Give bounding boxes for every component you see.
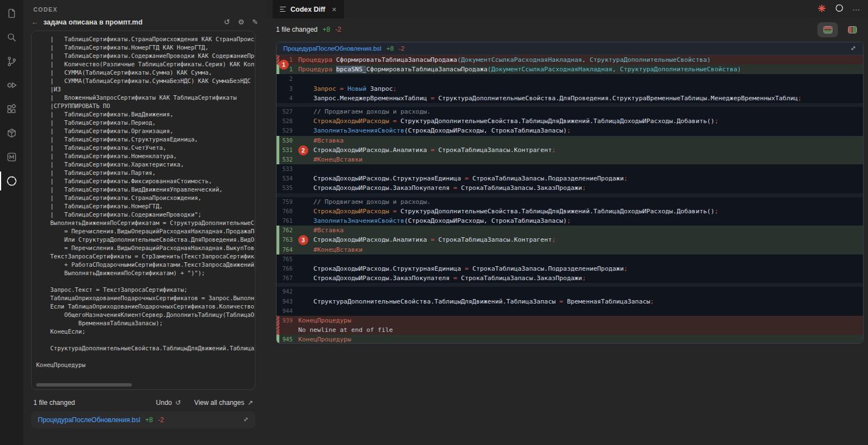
tab-bar: Codex Diff × xyxy=(267,0,868,18)
hunk-separator xyxy=(277,283,863,287)
openai-icon[interactable] xyxy=(5,174,18,188)
markdown-line: Если ТаблицаОприходованиеПодарочныхСерти… xyxy=(36,302,255,311)
line-number: 767 xyxy=(279,273,298,283)
markdown-line: | ВложенныйЗапросСертификаты КАК Таблица… xyxy=(36,94,255,102)
code-line: #Вставка xyxy=(298,136,344,145)
package-cube-icon[interactable] xyxy=(5,126,18,140)
code-line: СтрокаДоходыИРасходы.СтруктурнаяЕдиница … xyxy=(298,264,628,273)
diff-file-name[interactable]: ПроцедураПослеОбновления.bsl xyxy=(283,45,381,52)
gear-icon[interactable]: ⚙ xyxy=(238,18,244,26)
close-icon[interactable]: × xyxy=(332,5,337,14)
markdown-line: | ТаблицаСертификаты.НомерГТД, xyxy=(36,202,255,211)
markdown-line: Запрос.Текст = ТекстЗапросаСертификаты; xyxy=(36,286,255,294)
markdown-line xyxy=(36,353,255,361)
markdown-line: | ТаблицаСертификаты.Период, xyxy=(36,119,255,127)
hunk-separator xyxy=(277,193,863,197)
diff-row: 762 #Вставка xyxy=(277,226,863,235)
diff-row: 759 // Продвигаем доходы и расходы. xyxy=(277,197,863,207)
line-number: 529 xyxy=(279,126,298,135)
search-icon[interactable] xyxy=(5,31,18,44)
deletions-count: -2 xyxy=(158,416,164,424)
changed-file-name[interactable]: ПроцедураПослеОбновления.bsl xyxy=(38,416,140,424)
hunk-separator xyxy=(277,103,863,107)
tab-label: Codex Diff xyxy=(290,6,326,13)
back-arrow-icon[interactable]: ← xyxy=(31,18,38,26)
code-line: #КонецВставки xyxy=(298,155,363,164)
diff-row: 945КонецПроцедуры xyxy=(277,335,863,344)
markdown-line: ВременнаяТаблицаЗапасы); xyxy=(36,319,255,327)
diff-row: 944 xyxy=(277,306,863,316)
line-number: 944 xyxy=(279,306,298,316)
markdown-line: | СУММА(ТаблицаСертификаты.СуммаБезНДС) … xyxy=(36,77,255,85)
changed-file-chip[interactable]: ПроцедураПослеОбновления.bsl +8 -2 xyxy=(31,412,255,428)
history-icon[interactable]: ↺ xyxy=(224,18,230,26)
run-debug-icon[interactable] xyxy=(5,79,18,92)
code-line: ЗаполнитьЗначенияСвойств(СтрокаДоходыИРа… xyxy=(298,216,571,226)
diff-icon xyxy=(280,7,286,12)
unified-diff-view-button[interactable] xyxy=(817,22,838,37)
m-extension-icon[interactable] xyxy=(5,150,18,164)
diff-row: 1Процедура bpcaSNS_СформироватьТаблицаЗа… xyxy=(277,65,863,74)
line-number: 530 xyxy=(279,136,298,145)
diff-row: 763 СтрокаДоходыИРасходы.Аналитика = Стр… xyxy=(277,235,863,244)
files-icon[interactable] xyxy=(5,7,18,20)
markdown-line: | ТаблицаСертификаты.СодержаниеПроводки … xyxy=(36,52,255,60)
code-line: СтрокаДоходыИРасходы = СтруктураДополнит… xyxy=(298,207,718,216)
line-number: 531 xyxy=(279,145,298,155)
removed-gutter-marker xyxy=(277,325,279,335)
additions-count: +8 xyxy=(145,416,153,424)
tab-codex-diff[interactable]: Codex Diff × xyxy=(273,0,344,18)
diff-row: 3 Запрос = Новый Запрос; xyxy=(277,84,863,94)
diff-body: 1Процедура СформироватьТаблицаЗапасыПрод… xyxy=(277,55,863,343)
diff-row: 760 СтрокаДоходыИРасходы = СтруктураДопо… xyxy=(277,207,863,216)
diff-row: 765 xyxy=(277,255,863,264)
change-badge-2[interactable]: 2 xyxy=(298,145,308,155)
split-diff-view-button[interactable] xyxy=(842,22,862,37)
line-number: 763 xyxy=(279,235,298,244)
markdown-line: | ТаблицаСертификаты.СтранаПроисхождения… xyxy=(36,35,255,43)
diff-file-card: ПроцедураПослеОбновления.bsl +8 -2 1Проц… xyxy=(276,42,864,344)
code-line: Запрос = Новый Запрос; xyxy=(298,84,397,94)
line-number: 765 xyxy=(279,255,298,264)
view-all-changes-button[interactable]: View all changes ↗ xyxy=(194,399,253,407)
edit-icon[interactable]: ✎ xyxy=(252,18,258,26)
diff-row: 535 СтрокаДоходыИРасходы.ЗаказПокупателя… xyxy=(277,183,863,193)
spark-icon[interactable] xyxy=(817,4,826,15)
expand-icon[interactable] xyxy=(243,416,249,424)
markdown-line: СтруктураДополнительныеСвойства.ТаблицыД… xyxy=(36,344,255,353)
line-number: 532 xyxy=(279,155,298,164)
markdown-line: = Перечисления.ВидыОперацийРасходнаяНакл… xyxy=(36,227,255,236)
markdown-line: | ТаблицаСертификаты.СчетУчета, xyxy=(36,144,255,152)
code-line: #КонецВставки xyxy=(298,245,363,255)
code-line: СтрокаДоходыИРасходы.ЗаказПокупателя = С… xyxy=(298,183,586,193)
markdown-line: | ТаблицаСертификаты.ФиксированнаяСтоимо… xyxy=(36,177,255,185)
deletions-count: -2 xyxy=(335,26,341,33)
source-control-icon[interactable] xyxy=(5,55,18,68)
markdown-viewer: | ТаблицаСертификаты.СтранаПроисхождения… xyxy=(31,31,255,390)
expand-icon[interactable] xyxy=(850,45,856,52)
code-line: // Продвигаем доходы и расходы. xyxy=(298,107,431,116)
horizontal-scrollbar[interactable] xyxy=(36,383,132,387)
diff-row: 528 СтрокаДоходыИРасходы = СтруктураДопо… xyxy=(277,116,863,126)
files-changed-label: 1 file changed xyxy=(33,399,156,407)
code-line: ЗаполнитьЗначенияСвойств(СтрокаДоходыИРа… xyxy=(298,126,571,135)
line-number: 945 xyxy=(279,335,298,344)
extensions-icon[interactable] xyxy=(5,102,18,116)
files-changed-label: 1 file changed xyxy=(276,26,318,33)
editor-area: Codex Diff × xyxy=(267,0,868,445)
diff-summary: 1 file changed +8 -2 xyxy=(267,18,868,39)
line-number: 2 xyxy=(279,74,298,84)
line-number: 3 xyxy=(279,84,298,94)
undo-button[interactable]: Undo ↺ xyxy=(156,399,181,407)
line-number: 535 xyxy=(279,183,298,193)
additions-count: +8 xyxy=(386,45,393,52)
markdown-line: Или СтруктураДополнительныеСвойства.ДляП… xyxy=(36,236,255,244)
line-number: 533 xyxy=(279,164,298,174)
markdown-line xyxy=(36,336,255,344)
document-header: ← задача описана в промпт.md ↺ ⚙ ✎ xyxy=(23,14,267,28)
markdown-line: | ТаблицаСертификаты.СтруктурнаяЕдиница, xyxy=(36,135,255,144)
openai-icon[interactable] xyxy=(835,3,844,15)
markdown-line: | ТаблицаСертификаты.Организация, xyxy=(36,127,255,135)
diff-row: 767 СтрокаДоходыИРасходы.ЗаказПокупателя… xyxy=(277,273,863,283)
more-icon[interactable]: ⋯ xyxy=(852,5,860,14)
